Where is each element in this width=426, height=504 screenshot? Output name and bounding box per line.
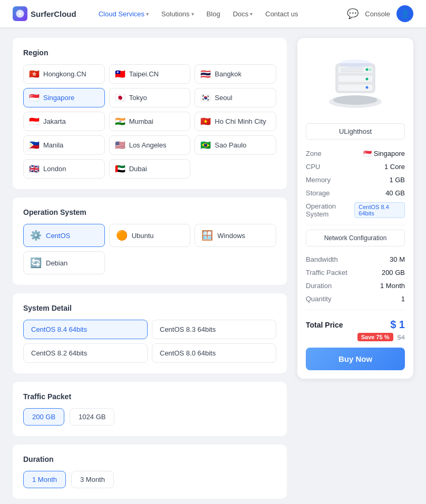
network-config-button[interactable]: Network Configuration <box>306 230 405 246</box>
logo[interactable]: SurferCloud <box>13 6 76 21</box>
traffic-value: 200 GB <box>382 269 405 276</box>
flag-icon: 🇺🇸 <box>115 140 125 150</box>
memory-label: Memory <box>306 176 331 184</box>
summary-card: ULighthost Zone 🇸🇬 Singapore CPU 1 Core … <box>297 38 413 379</box>
traffic-options: 200 GB 1024 GB <box>23 408 276 426</box>
flag-icon: 🇹🇼 <box>115 69 125 79</box>
windows-icon: 🪟 <box>201 230 213 241</box>
flag-icon: 🇬🇧 <box>29 164 40 174</box>
os-debian[interactable]: 🔄 Debian <box>23 251 105 274</box>
region-taipei[interactable]: 🇹🇼 Taipei.CN <box>109 64 191 84</box>
nav-docs[interactable]: Docs ▾ <box>228 7 258 21</box>
os-title: Operation System <box>23 208 276 216</box>
main-container: Region 🇭🇰 Hongkong.CN 🇹🇼 Taipei.CN 🇹🇭 Ba… <box>0 27 426 504</box>
flag-icon: 🇸🇬 <box>29 93 40 103</box>
avatar[interactable]: 👤 <box>396 5 413 22</box>
svg-point-9 <box>366 78 369 81</box>
buy-now-button[interactable]: Buy Now <box>306 348 405 370</box>
traffic-200gb[interactable]: 200 GB <box>23 408 64 426</box>
duration-title: Duration <box>23 455 276 463</box>
os-windows[interactable]: 🪟 Windows <box>195 224 276 247</box>
summary-quantity: Quantity 1 <box>306 292 405 305</box>
nav-blog[interactable]: Blog <box>201 7 226 21</box>
sg-flag-icon: 🇸🇬 <box>363 150 372 157</box>
duration-section: Duration 1 Month 3 Month <box>13 444 287 499</box>
region-manila[interactable]: 🇵🇭 Manila <box>23 135 105 155</box>
region-hongkong[interactable]: 🇭🇰 Hongkong.CN <box>23 64 105 84</box>
region-saopaulo[interactable]: 🇧🇷 Sao Paulo <box>195 135 276 155</box>
region-bangkok[interactable]: 🇹🇭 Bangkok <box>195 64 276 84</box>
flag-icon: 🇵🇭 <box>29 140 40 150</box>
system-detail-grid: CentOS 8.4 64bits CentOS 8.3 64bits Cent… <box>23 320 276 363</box>
region-london[interactable]: 🇬🇧 London <box>23 159 105 179</box>
nav-links: Cloud Services ▾ Solutions ▾ Blog Docs ▾… <box>93 7 347 21</box>
region-jakarta[interactable]: 🇮🇩 Jakarta <box>23 112 105 131</box>
svg-point-1 <box>333 95 377 105</box>
nav-solutions[interactable]: Solutions ▾ <box>156 7 199 21</box>
chevron-down-icon: ▾ <box>191 11 194 17</box>
os-section: Operation System ⚙️ CentOS 🟠 Ubuntu 🪟 Wi… <box>13 197 287 285</box>
product-label: ULighthost <box>306 123 405 140</box>
region-hochiminh[interactable]: 🇻🇳 Ho Chi Minh City <box>195 112 276 131</box>
summary-duration: Duration 1 Month <box>306 279 405 292</box>
console-link[interactable]: Console <box>365 10 390 18</box>
os-grid: ⚙️ CentOS 🟠 Ubuntu 🪟 Windows 🔄 Debian <box>23 224 276 274</box>
region-dubai[interactable]: 🇦🇪 Dubai <box>109 159 191 179</box>
sysdetail-84[interactable]: CentOS 8.4 64bits <box>23 320 148 339</box>
system-detail-section: System Detail CentOS 8.4 64bits CentOS 8… <box>13 293 287 373</box>
logo-text: SurferCloud <box>31 9 76 18</box>
region-seoul[interactable]: 🇰🇷 Seoul <box>195 88 276 107</box>
region-singapore[interactable]: 🇸🇬 Singapore <box>23 88 105 107</box>
duration-options: 1 Month 3 Month <box>23 471 276 488</box>
quantity-value: 1 <box>401 295 405 303</box>
duration-3month[interactable]: 3 Month <box>71 471 114 488</box>
region-title: Region <box>23 48 276 57</box>
summary-zone: Zone 🇸🇬 Singapore <box>306 147 405 160</box>
centos-icon: ⚙️ <box>30 230 42 241</box>
region-section: Region 🇭🇰 Hongkong.CN 🇹🇼 Taipei.CN 🇹🇭 Ba… <box>13 38 287 189</box>
storage-label: Storage <box>306 189 330 197</box>
region-mumbai[interactable]: 🇮🇳 Mumbai <box>109 112 191 131</box>
total-label: Total Price <box>306 321 343 329</box>
flag-icon: 🇮🇳 <box>115 116 125 126</box>
right-panel: ULighthost Zone 🇸🇬 Singapore CPU 1 Core … <box>297 38 413 504</box>
server-illustration <box>318 46 392 115</box>
duration-label: Duration <box>306 282 332 290</box>
summary-traffic: Traffic Packet 200 GB <box>306 266 405 279</box>
traffic-title: Traffic Packet <box>23 392 276 401</box>
region-tokyo[interactable]: 🇯🇵 Tokyo <box>109 88 191 107</box>
flag-icon: 🇮🇩 <box>29 116 40 126</box>
traffic-1024gb[interactable]: 1024 GB <box>70 408 114 426</box>
nav-right: 💬 Console 👤 <box>347 5 413 22</box>
svg-point-8 <box>369 68 372 71</box>
flag-icon: 🇦🇪 <box>115 164 125 174</box>
sysdetail-80[interactable]: CentOS 8.0 64bits <box>152 343 276 363</box>
region-losangeles[interactable]: 🇺🇸 Los Angeles <box>109 135 191 155</box>
os-badge: CentOS 8.4 64bits <box>354 202 405 218</box>
chat-icon[interactable]: 💬 <box>347 8 359 19</box>
summary-memory: Memory 1 GB <box>306 173 405 186</box>
divider <box>306 225 405 225</box>
traffic-section: Traffic Packet 200 GB 1024 GB <box>13 382 287 436</box>
chevron-down-icon: ▾ <box>250 11 253 17</box>
total-price-row: Total Price $ 1 <box>306 314 405 333</box>
avatar-icon: 👤 <box>401 9 410 18</box>
cpu-value: 1 Core <box>384 163 405 171</box>
sysdetail-83[interactable]: CentOS 8.3 64bits <box>152 320 276 339</box>
flag-icon: 🇭🇰 <box>29 69 40 79</box>
ubuntu-icon: 🟠 <box>116 230 128 241</box>
summary-bandwidth: Bandwidth 30 M <box>306 253 405 266</box>
nav-contact[interactable]: Contact us <box>260 7 303 21</box>
sysdetail-82[interactable]: CentOS 8.2 64bits <box>23 343 148 363</box>
nav-cloud-services[interactable]: Cloud Services ▾ <box>93 7 154 21</box>
logo-icon <box>13 6 27 21</box>
os-ubuntu[interactable]: 🟠 Ubuntu <box>109 224 191 247</box>
quantity-label: Quantity <box>306 295 331 303</box>
duration-1month[interactable]: 1 Month <box>23 471 66 488</box>
svg-point-7 <box>366 68 369 71</box>
flag-icon: 🇰🇷 <box>200 93 211 103</box>
flag-icon: 🇯🇵 <box>115 93 125 103</box>
navbar: SurferCloud Cloud Services ▾ Solutions ▾… <box>0 0 426 27</box>
os-centos[interactable]: ⚙️ CentOS <box>23 224 105 247</box>
bandwidth-label: Bandwidth <box>306 255 338 263</box>
